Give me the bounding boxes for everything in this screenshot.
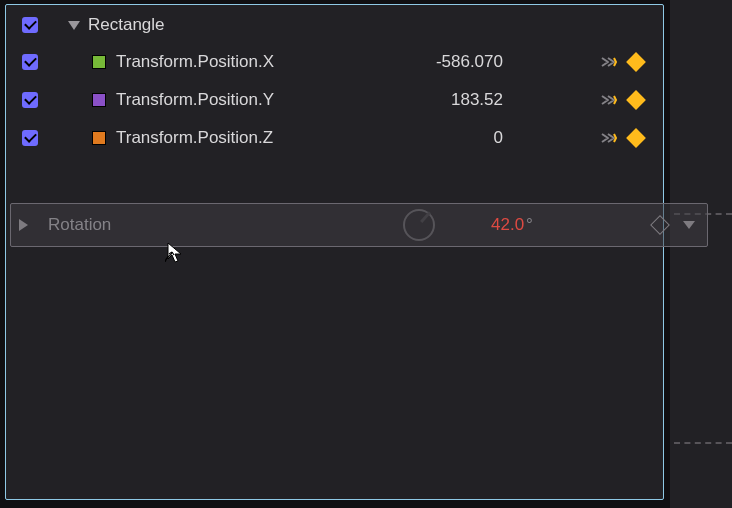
enable-checkbox[interactable] bbox=[22, 54, 38, 70]
param-color-swatch[interactable] bbox=[92, 55, 106, 69]
param-label: Rotation bbox=[48, 215, 111, 235]
param-value[interactable]: 0 bbox=[494, 128, 503, 148]
enable-checkbox[interactable] bbox=[22, 130, 38, 146]
timeline-track-gutter bbox=[670, 0, 732, 508]
keyframe-outline-icon[interactable] bbox=[650, 215, 670, 235]
param-color-swatch[interactable] bbox=[92, 93, 106, 107]
go-to-next-keyframe-icon[interactable] bbox=[601, 93, 621, 107]
param-color-swatch[interactable] bbox=[92, 131, 106, 145]
param-label: Transform.Position.Z bbox=[116, 128, 273, 148]
keyframe-diamond-icon[interactable] bbox=[626, 128, 646, 148]
keyframe-diamond-icon[interactable] bbox=[626, 52, 646, 72]
param-value[interactable]: -586.070 bbox=[436, 52, 503, 72]
param-row-transform-position-z[interactable]: Transform.Position.Z 0 bbox=[6, 119, 663, 157]
rotation-number: 42.0 bbox=[491, 215, 524, 234]
layer-name: Rectangle bbox=[88, 15, 165, 35]
param-value[interactable]: 42.0° bbox=[491, 215, 533, 235]
layer-row-rectangle[interactable]: Rectangle bbox=[6, 5, 663, 43]
param-value[interactable]: 183.52 bbox=[451, 90, 503, 110]
rotation-unit: ° bbox=[526, 215, 533, 234]
param-row-transform-position-x[interactable]: Transform.Position.X -586.070 bbox=[6, 43, 663, 81]
timeline-dash bbox=[674, 442, 732, 444]
go-to-next-keyframe-icon[interactable] bbox=[601, 55, 621, 69]
param-row-transform-position-y[interactable]: Transform.Position.Y 183.52 bbox=[6, 81, 663, 119]
enable-checkbox[interactable] bbox=[22, 17, 38, 33]
keyframe-editor-panel: Rectangle Transform.Position.X -586.070 … bbox=[5, 4, 664, 500]
enable-checkbox[interactable] bbox=[22, 92, 38, 108]
animation-menu-chevron-icon[interactable] bbox=[683, 221, 695, 229]
param-label: Transform.Position.X bbox=[116, 52, 274, 72]
param-label: Transform.Position.Y bbox=[116, 90, 274, 110]
go-to-next-keyframe-icon[interactable] bbox=[601, 131, 621, 145]
disclosure-triangle-down-icon[interactable] bbox=[68, 21, 80, 30]
disclosure-triangle-right-icon[interactable] bbox=[19, 219, 28, 231]
keyframe-diamond-icon[interactable] bbox=[626, 90, 646, 110]
rotation-dial-icon[interactable] bbox=[403, 209, 435, 241]
dragging-parameter-row-rotation[interactable]: Rotation 42.0° bbox=[10, 203, 708, 247]
